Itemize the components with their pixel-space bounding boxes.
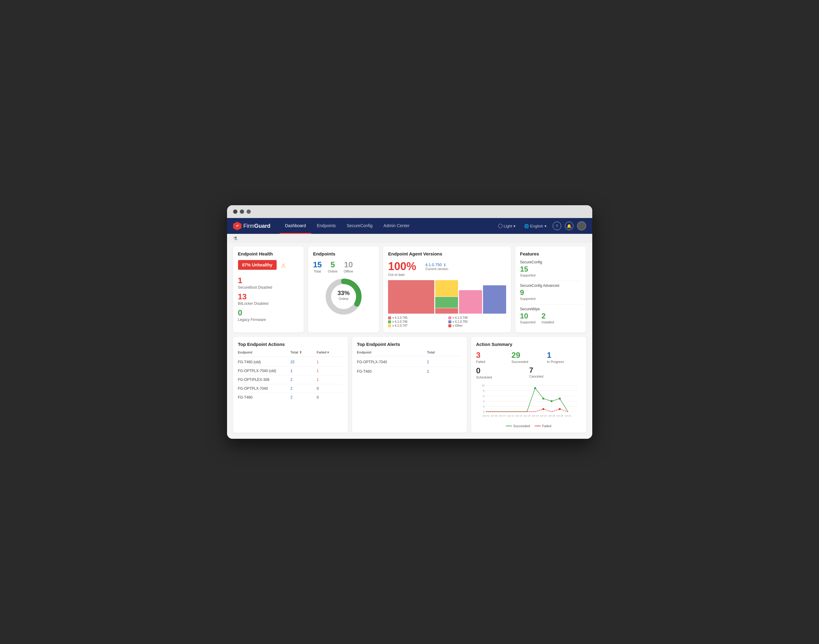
health-bar-label: 87% Unhealthy [238,260,277,270]
secure-boot-num: 1 [238,276,242,285]
nav-logo[interactable]: FirmGuard [233,222,271,230]
legend-747: v 4.1.0.747 [388,324,446,327]
online-stat: 5 Online [328,260,338,273]
row4-failed: 0 [317,386,343,391]
svg-text:0: 0 [483,411,485,414]
action-stats-row1: 3 Failed 29 Succeeded 1 In Progress [476,351,581,363]
app-container: FirmGuard Dashboard Endpoints SecureConf… [227,218,592,439]
total-stat: 15 Total [313,260,322,273]
feature-scadvanced-name: SecureConfig Advanced [520,284,581,288]
browser-chrome [227,205,592,218]
nav-item-endpoints[interactable]: Endpoints [311,218,341,234]
legend-label-747: v 4.1.0.747 [392,324,407,327]
table-row: FG-T460 (old) 23 1 [238,358,343,366]
browser-dot-maximize[interactable] [246,210,251,214]
legend-label-other: v Other [453,324,462,327]
endpoints-title: Endpoints [313,251,374,256]
svg-text:Jun 13: Jun 13 [515,415,522,417]
current-version-section: 4.1.0.750 ℹ Current version [425,262,448,276]
svg-text:Jun 19: Jun 19 [532,415,539,417]
donut-container: 33% Online [313,277,374,316]
out-of-date-section: 100% Out of date [388,260,416,276]
feature-scadvanced-num: 9 [520,288,581,297]
in-progress-label: In Progress [547,360,581,363]
legend-label-748: v 4.1.0.748 [453,316,467,319]
theme-circle-icon [498,224,502,228]
offline-stat: 10 Offline [344,260,354,273]
language-toggle[interactable]: 🌐 English ▾ [522,222,549,230]
legend-dot-750 [448,320,452,324]
table-row: FG-OPTPLX-7040 (old) 1 1 [238,366,343,376]
succeeded-legend-line [506,426,512,426]
sort-total-icon[interactable]: ⇕ [299,351,302,354]
succeeded-line [486,388,568,412]
nav-item-dashboard[interactable]: Dashboard [280,218,312,234]
svg-text:Jun 25: Jun 25 [548,415,555,417]
dot [559,398,560,400]
nav-item-secureconfig[interactable]: SecureConfig [341,218,378,234]
legend-dot-746 [388,320,391,324]
row5-failed: 0 [317,395,343,400]
current-version-label: Current version [425,267,448,271]
donut-chart: 33% Online [324,277,363,316]
features-title: Features [520,251,581,256]
svg-text:Jun 07: Jun 07 [499,415,506,417]
actions-col-endpoint: Endpoint [238,351,291,354]
filter-icon[interactable]: ⚗ [233,236,237,241]
svg-text:10: 10 [482,384,485,387]
dot [551,400,553,402]
browser-dot-minimize[interactable] [240,210,244,214]
chart-svg: 10 8 6 4 2 0 Jun 01 Jun 04 Jun 07 Jun 10… [476,382,581,422]
notifications-button[interactable]: 🔔 [565,222,573,230]
scheduled-num: 0 [476,366,528,376]
svg-text:8: 8 [483,389,485,393]
row4-endpoint: FG-OPTPLX-7040 [238,386,291,391]
canceled-num: 7 [529,366,581,374]
agent-header: 100% Out of date 4.1.0.750 ℹ Current ver… [388,260,506,276]
nav-item-admincenter[interactable]: Admin Center [378,218,415,234]
bell-icon: 🔔 [567,224,571,228]
in-progress-num: 1 [547,351,581,360]
feature-secureconfig: SecureConfig 15 Supported [520,260,581,277]
agent-versions-card: Endpoint Agent Versions 100% Out of date… [383,246,511,333]
succeeded-stat: 29 Succeeded [511,351,546,363]
browser-dot-close[interactable] [233,210,237,214]
row3-total: 2 [290,377,317,382]
total-num: 15 [313,260,322,270]
bar-col-2 [435,280,458,314]
info-icon: ℹ [444,263,445,267]
scheduled-stat: 0 Scheduled [476,366,528,379]
row1-endpoint: FG-T460 (old) [238,360,291,364]
actions-col-total[interactable]: Total ⇕ [290,351,317,354]
legend-dot-other [448,324,452,327]
action-summary-card: Action Summary 3 Failed 29 Succeeded 1 I [471,337,586,433]
legend-746: v 4.1.0.746 [388,320,446,324]
failed-num: 3 [476,351,510,360]
row5-endpoint: FG-T460 [238,395,291,400]
feature-secureconfig-num: 15 [520,265,581,273]
user-avatar[interactable] [577,221,586,230]
legend-750: v 4.1.0.750 [448,320,506,324]
theme-label: Light [504,224,512,228]
feature-securewipe-extra-label: Installed [542,320,554,324]
legend-745: v 4.1.0.745 [388,316,446,319]
actions-table-header: Endpoint Total ⇕ Failed ▾ [238,351,343,357]
actions-col-failed[interactable]: Failed ▾ [317,351,343,354]
feature-securewipe-extra-num: 2 [542,312,554,320]
legend-other: v Other [448,324,506,327]
help-button[interactable]: ? [553,222,561,230]
bitlocker-label: BitLocker Disabled [238,301,299,306]
theme-toggle[interactable]: Light ▾ [496,222,518,230]
dot [534,387,536,389]
feature-securewipe-num: 10 [520,312,536,320]
alert1-total: 2 [427,360,462,364]
out-of-date-pct: 100% [388,260,416,273]
row2-failed: 1 [317,369,343,373]
action-stats-row2: 0 Scheduled 7 Canceled [476,366,581,379]
svg-text:Jun 16: Jun 16 [524,415,530,417]
sort-failed-icon[interactable]: ▾ [327,351,329,354]
features-card: Features SecureConfig 15 Supported Secur… [515,246,586,333]
row3-failed: 1 [317,377,343,382]
legend-failed-label: Failed [542,424,551,428]
row2-total: 1 [290,369,317,373]
